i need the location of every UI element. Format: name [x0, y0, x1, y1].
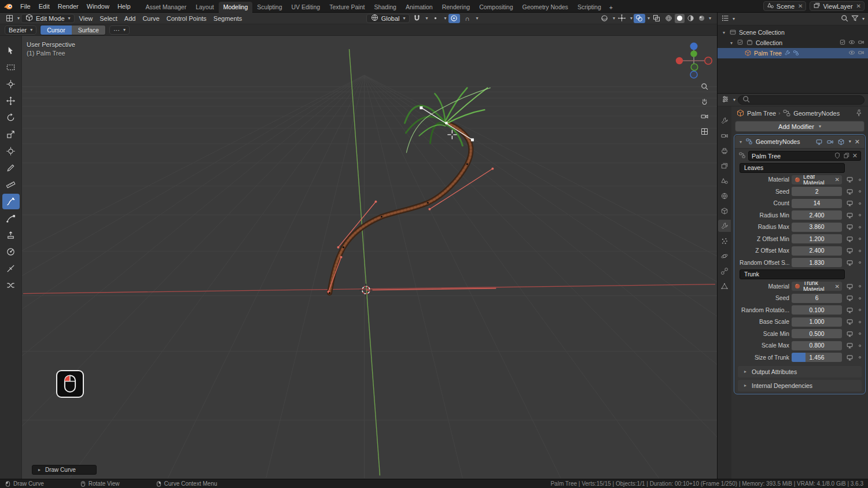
menu-window[interactable]: Window — [83, 2, 113, 11]
modifier-editmode-toggle[interactable] — [837, 138, 846, 146]
attribute-toggle-icon[interactable] — [844, 354, 855, 361]
properties-tab-viewlayer[interactable] — [718, 160, 731, 172]
workspace-tab-rendering[interactable]: Rendering — [437, 2, 475, 13]
animate-dot-icon[interactable] — [857, 285, 862, 287]
animate-dot-icon[interactable] — [857, 190, 862, 193]
tool-curve-pen[interactable] — [2, 210, 20, 226]
properties-tab-world[interactable] — [718, 190, 731, 202]
eye-toggle-icon[interactable] — [848, 39, 855, 47]
properties-tab-object[interactable] — [718, 205, 731, 217]
camera-view-icon[interactable] — [700, 112, 709, 122]
attribute-toggle-icon[interactable] — [844, 318, 855, 326]
breadcrumb-modifier[interactable]: GeometryNodes — [793, 110, 840, 117]
outliner-row-collection[interactable]: ▾ Collection — [718, 38, 868, 48]
eye-toggle-icon[interactable] — [848, 49, 855, 57]
attribute-toggle-icon[interactable] — [844, 294, 855, 302]
gizmo-y-neg-axis[interactable] — [691, 64, 698, 71]
workspace-tab-shading[interactable]: Shading — [369, 2, 401, 13]
attribute-toggle-icon[interactable] — [844, 247, 855, 254]
modifier-extras-icon[interactable]: ▾ — [849, 139, 851, 144]
ortho-toggle-icon[interactable] — [700, 127, 709, 137]
scene-unlink-icon[interactable]: ✕ — [798, 3, 803, 9]
properties-tab-physics[interactable] — [718, 250, 731, 262]
input-value-field[interactable]: 2 — [792, 187, 842, 196]
animate-dot-icon[interactable] — [857, 345, 862, 347]
subpanel-output-attributes[interactable]: ▸Output Attributes — [738, 366, 862, 378]
gizmo-x-axis[interactable] — [676, 57, 683, 64]
tool-rotate[interactable] — [2, 110, 20, 125]
viewport-menu-control-points[interactable]: Control Points — [163, 14, 210, 23]
viewport-menu-add[interactable]: Add — [121, 14, 139, 23]
attribute-toggle-icon[interactable] — [844, 283, 855, 290]
shading-solid-icon[interactable] — [675, 14, 685, 23]
shading-material-icon[interactable] — [686, 14, 696, 23]
material-unlink-icon[interactable]: ✕ — [835, 176, 840, 183]
properties-tab-render[interactable] — [718, 130, 731, 142]
add-workspace-button[interactable]: + — [606, 2, 616, 13]
attribute-toggle-icon[interactable] — [844, 188, 855, 195]
viewport-3d[interactable]: User Perspective (1) Palm Tree — [0, 36, 717, 479]
xray-toggle-icon[interactable] — [651, 14, 663, 23]
proportional-editing-toggle[interactable] — [448, 14, 460, 23]
input-value-field[interactable]: 0.800 — [792, 341, 842, 350]
viewport-menu-view[interactable]: View — [76, 14, 97, 23]
viewport-menu-select[interactable]: Select — [96, 14, 121, 23]
node-group-unlink-icon[interactable]: ✕ — [852, 152, 858, 160]
tool-tweak[interactable] — [2, 43, 20, 58]
input-value-field[interactable]: 1.456 — [792, 353, 842, 362]
viewport-3d-scene[interactable] — [0, 36, 717, 478]
gizmos-dropdown-icon[interactable] — [616, 14, 628, 23]
input-value-field[interactable]: 0.100 — [792, 305, 842, 315]
shading-rendered-icon[interactable] — [697, 14, 707, 23]
workspace-tab-geometry-nodes[interactable]: Geometry Nodes — [518, 2, 573, 13]
input-value-field[interactable]: 1.200 — [792, 234, 842, 243]
navigation-gizmo[interactable] — [674, 40, 714, 81]
gizmo-z-neg-axis[interactable] — [690, 71, 697, 78]
depth-option-cursor[interactable]: Cursor — [41, 25, 72, 35]
animate-dot-icon[interactable] — [857, 332, 862, 335]
section-name-field[interactable]: Trunk — [740, 269, 845, 279]
snap-magnet-icon[interactable] — [411, 14, 423, 23]
attribute-toggle-icon[interactable] — [844, 235, 855, 243]
attribute-toggle-icon[interactable] — [844, 330, 855, 338]
gizmo-z-axis[interactable] — [690, 43, 698, 50]
input-value-field[interactable]: 1.000 — [792, 317, 842, 327]
attribute-toggle-icon[interactable] — [844, 342, 855, 349]
tool-measure[interactable] — [2, 177, 20, 193]
checkbox-toggle-icon[interactable] — [839, 39, 846, 47]
workspace-tab-animation[interactable]: Animation — [401, 2, 437, 13]
workspace-tab-layout[interactable]: Layout — [191, 2, 219, 13]
tool-draw[interactable] — [2, 194, 20, 209]
input-value-field[interactable]: 2.400 — [792, 246, 842, 256]
attribute-toggle-icon[interactable] — [844, 306, 855, 314]
properties-editor-icon[interactable] — [721, 95, 730, 105]
orientation-dropdown[interactable]: Global▾ — [366, 14, 410, 23]
tool-cursor[interactable] — [2, 76, 20, 92]
workspace-tab-compositing[interactable]: Compositing — [475, 2, 517, 13]
animate-dot-icon[interactable] — [857, 356, 862, 358]
outliner-filter-icon[interactable] — [851, 14, 859, 24]
camera-toggle-icon[interactable] — [858, 49, 865, 57]
viewlayer-selector[interactable]: ViewLayer✕ — [810, 1, 865, 11]
modifier-expand-icon[interactable]: ▾ — [738, 139, 744, 145]
workspace-tab-uv-editing[interactable]: UV Editing — [287, 2, 325, 13]
attribute-toggle-icon[interactable] — [844, 259, 855, 267]
visibility-dropdown-icon[interactable] — [599, 14, 610, 23]
material-unlink-icon[interactable]: ✕ — [835, 283, 840, 290]
animate-dot-icon[interactable] — [857, 321, 862, 323]
viewport-menu-segments[interactable]: Segments — [210, 14, 246, 23]
properties-tab-tool[interactable] — [718, 114, 731, 127]
input-value-field[interactable]: 14 — [792, 199, 842, 208]
animate-dot-icon[interactable] — [857, 297, 862, 300]
animate-dot-icon[interactable] — [857, 250, 862, 252]
input-value-field[interactable]: 3.860 — [792, 223, 842, 232]
add-modifier-button[interactable]: Add Modifier▾ — [735, 121, 865, 132]
pan-hand-icon[interactable] — [700, 97, 709, 107]
tool-extrude[interactable] — [2, 227, 20, 243]
node-group-selector[interactable]: Palm Tree ✕ — [748, 151, 861, 161]
input-value-field[interactable]: 2.400 — [792, 210, 842, 220]
animate-dot-icon[interactable] — [857, 214, 862, 216]
input-value-field[interactable]: 1.830 — [792, 258, 842, 267]
modifier-close-icon[interactable]: ✕ — [853, 138, 862, 146]
material-selector[interactable]: Trunk Material✕ — [792, 282, 842, 291]
